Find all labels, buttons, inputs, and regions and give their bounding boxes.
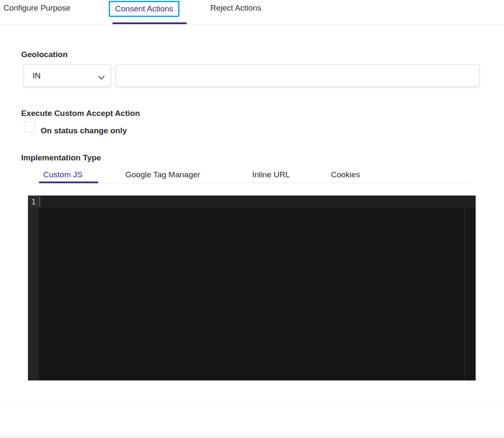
editor-cursor xyxy=(39,197,40,207)
subtab-inline-url[interactable]: Inline URL xyxy=(252,170,290,180)
tab-configure-purpose[interactable]: Configure Purpose xyxy=(3,3,70,13)
footer-bar: Cancel Remove Apply changes xyxy=(0,403,504,438)
tab-reject-actions[interactable]: Reject Actions xyxy=(210,3,261,13)
custom-js-code-editor[interactable]: 1 xyxy=(28,196,476,380)
editor-scrollbar-track xyxy=(464,196,465,380)
subtab-divider xyxy=(34,183,471,183)
implementation-type-heading: Implementation Type xyxy=(21,153,101,163)
subtab-active-underline xyxy=(39,182,98,183)
subtab-cookies[interactable]: Cookies xyxy=(331,170,360,180)
consent-settings-panel: Configure Purpose Consent Actions Reject… xyxy=(0,0,504,438)
tab-consent-actions-label: Consent Actions xyxy=(115,4,173,14)
editor-gutter xyxy=(28,196,39,380)
custom-accept-heading: Execute Custom Accept Action xyxy=(21,109,140,118)
chevron-down-icon xyxy=(98,73,105,80)
geolocation-heading: Geolocation xyxy=(21,50,68,59)
active-tab-underline xyxy=(113,22,187,24)
subtab-custom-js[interactable]: Custom JS xyxy=(43,170,83,180)
tab-consent-actions[interactable]: Consent Actions xyxy=(109,1,179,17)
geolocation-country-select[interactable]: IN xyxy=(24,64,111,87)
on-status-change-label: On status change only xyxy=(41,126,127,135)
on-status-change-checkbox[interactable] xyxy=(24,121,35,132)
editor-active-line xyxy=(39,196,476,208)
subtab-google-tag-manager[interactable]: Google Tag Manager xyxy=(125,170,200,180)
geolocation-country-value: IN xyxy=(33,71,41,80)
top-tab-bar: Configure Purpose Consent Actions Reject… xyxy=(0,0,504,25)
editor-line-number: 1 xyxy=(28,196,39,208)
geolocation-value-input[interactable] xyxy=(116,64,479,87)
